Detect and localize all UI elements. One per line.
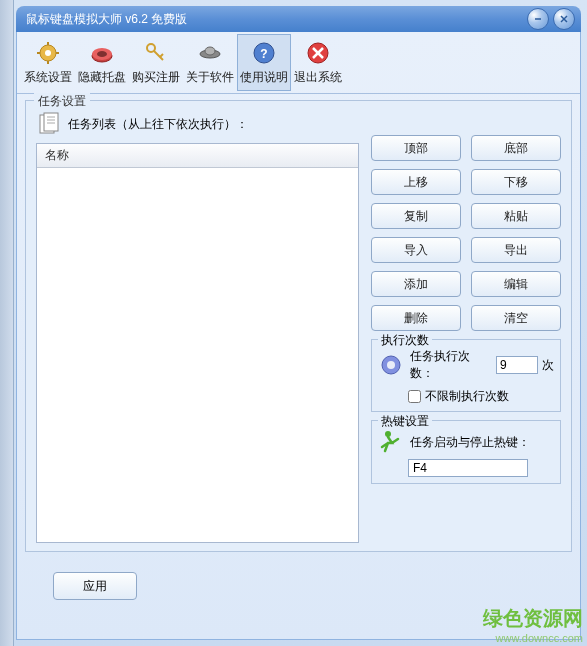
tray-icon bbox=[88, 39, 116, 67]
list-icon bbox=[36, 111, 62, 137]
svg-point-12 bbox=[147, 44, 155, 52]
toolbar-about[interactable]: 关于软件 bbox=[183, 34, 237, 91]
toolbar-hide-tray[interactable]: 隐藏托盘 bbox=[75, 34, 129, 91]
run-icon bbox=[378, 429, 404, 455]
hotkey-label: 任务启动与停止热键： bbox=[410, 434, 530, 451]
title-bar: 鼠标键盘模拟大师 v6.2 免费版 bbox=[16, 6, 581, 32]
task-list-label: 任务列表（从上往下依次执行）： bbox=[68, 116, 248, 133]
toolbar-help[interactable]: ? 使用说明 bbox=[237, 34, 291, 91]
ufo-icon bbox=[196, 39, 224, 67]
gear-icon bbox=[34, 39, 62, 67]
toolbar-buy-register[interactable]: 购买注册 bbox=[129, 34, 183, 91]
apply-button[interactable]: 应用 bbox=[53, 572, 137, 600]
task-settings-group: 任务设置 任务列表（从上往下依次执行）： 名称 顶部 底部 上移 下移 复制 bbox=[25, 100, 572, 552]
watermark-line2: www.downcc.com bbox=[483, 632, 583, 644]
exec-count-input[interactable] bbox=[496, 356, 538, 374]
close-button[interactable] bbox=[553, 8, 575, 30]
gear-blue-icon bbox=[378, 352, 404, 378]
export-button[interactable]: 导出 bbox=[471, 237, 561, 263]
toolbar-exit[interactable]: 退出系统 bbox=[291, 34, 345, 91]
svg-point-11 bbox=[97, 51, 107, 57]
delete-button[interactable]: 删除 bbox=[371, 305, 461, 331]
up-button[interactable]: 上移 bbox=[371, 169, 461, 195]
clear-button[interactable]: 清空 bbox=[471, 305, 561, 331]
svg-line-14 bbox=[160, 54, 163, 57]
bottom-button[interactable]: 底部 bbox=[471, 135, 561, 161]
svg-point-4 bbox=[45, 50, 51, 56]
svg-point-28 bbox=[387, 361, 395, 369]
main-toolbar: 系统设置 隐藏托盘 购买注册 关于软件 ? 使用说明 退出系统 bbox=[17, 32, 580, 94]
hotkey-group: 热键设置 任务启动与停止热键： bbox=[371, 420, 561, 484]
group-title: 任务设置 bbox=[34, 93, 90, 110]
window-body: 系统设置 隐藏托盘 购买注册 关于软件 ? 使用说明 退出系统 任务设置 bbox=[16, 32, 581, 640]
svg-point-16 bbox=[205, 47, 215, 55]
task-list[interactable]: 名称 bbox=[36, 143, 359, 543]
exec-title: 执行次数 bbox=[378, 332, 432, 349]
watermark: 绿色资源网 www.downcc.com bbox=[483, 605, 583, 644]
toolbar-system-settings[interactable]: 系统设置 bbox=[21, 34, 75, 91]
down-button[interactable]: 下移 bbox=[471, 169, 561, 195]
hotkey-title: 热键设置 bbox=[378, 413, 432, 430]
svg-rect-23 bbox=[44, 113, 58, 131]
keys-icon bbox=[142, 39, 170, 67]
unlimited-checkbox[interactable] bbox=[408, 390, 421, 403]
import-button[interactable]: 导入 bbox=[371, 237, 461, 263]
help-icon: ? bbox=[250, 39, 278, 67]
svg-text:?: ? bbox=[260, 47, 267, 61]
unlimited-label: 不限制执行次数 bbox=[425, 388, 509, 405]
paste-button[interactable]: 粘贴 bbox=[471, 203, 561, 229]
column-header-name[interactable]: 名称 bbox=[37, 144, 358, 168]
exit-icon bbox=[304, 39, 332, 67]
exec-count-group: 执行次数 任务执行次数： 次 不限制执行次数 bbox=[371, 339, 561, 412]
add-button[interactable]: 添加 bbox=[371, 271, 461, 297]
window-title: 鼠标键盘模拟大师 v6.2 免费版 bbox=[22, 11, 523, 28]
exec-count-label: 任务执行次数： bbox=[410, 348, 492, 382]
watermark-line1: 绿色资源网 bbox=[483, 605, 583, 632]
exec-count-suffix: 次 bbox=[542, 357, 554, 374]
hotkey-input[interactable] bbox=[408, 459, 528, 477]
minimize-button[interactable] bbox=[527, 8, 549, 30]
top-button[interactable]: 顶部 bbox=[371, 135, 461, 161]
left-scrollbar-edge bbox=[0, 0, 14, 646]
copy-button[interactable]: 复制 bbox=[371, 203, 461, 229]
edit-button[interactable]: 编辑 bbox=[471, 271, 561, 297]
